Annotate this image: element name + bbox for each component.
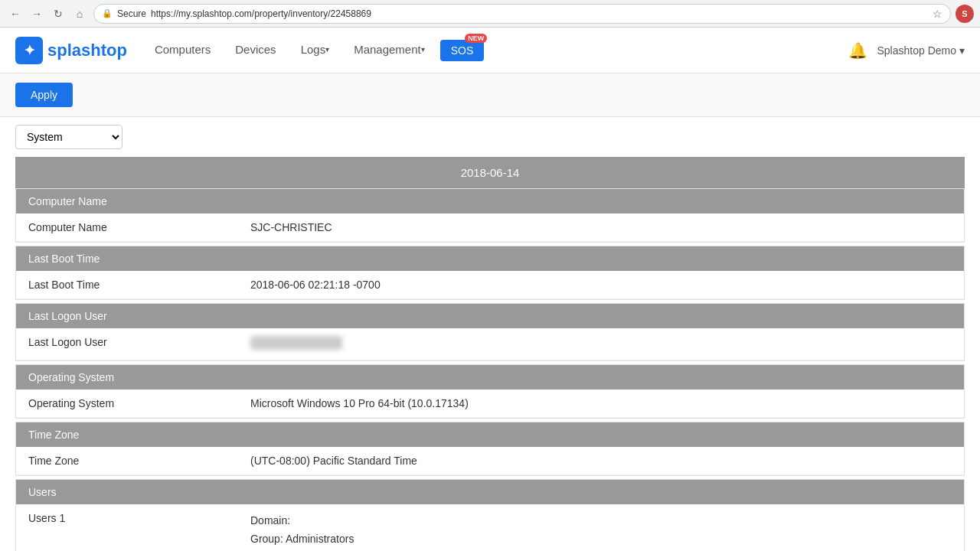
refresh-button[interactable]: ↻ bbox=[49, 5, 67, 23]
last-boot-time-section: Last Boot Time Last Boot Time 2018-06-06… bbox=[15, 246, 965, 300]
row-label: Computer Name bbox=[28, 221, 250, 233]
date-header: 2018-06-14 bbox=[15, 157, 965, 188]
row-value-blurred bbox=[250, 336, 952, 352]
table-row: Last Logon User bbox=[16, 328, 964, 360]
operating-system-section: Operating System Operating System Micros… bbox=[15, 364, 965, 419]
sos-new-badge: NEW bbox=[465, 34, 487, 43]
user-1-value: Domain: Group: Administrators Last Login… bbox=[250, 512, 952, 551]
section-header-os: Operating System bbox=[16, 365, 964, 390]
lock-icon: 🔒 bbox=[102, 8, 113, 18]
row-value: SJC-CHRISTIEC bbox=[250, 221, 952, 233]
nav-logs[interactable]: Logs bbox=[289, 28, 342, 73]
protocol-label: Secure bbox=[117, 8, 146, 19]
user-1-line-0: Domain: bbox=[250, 512, 952, 530]
blurred-content bbox=[250, 336, 342, 350]
table-row: Computer Name SJC-CHRISTIEC bbox=[16, 214, 964, 242]
sos-button[interactable]: SOS NEW bbox=[440, 40, 485, 61]
forward-button[interactable]: → bbox=[28, 5, 46, 23]
nav-devices[interactable]: Devices bbox=[223, 28, 288, 73]
table-row: Last Boot Time 2018-06-06 02:21:18 -0700 bbox=[16, 271, 964, 299]
row-label: Operating System bbox=[28, 397, 250, 409]
address-bar[interactable]: 🔒 Secure https://my.splashtop.com/proper… bbox=[93, 4, 951, 24]
bell-icon[interactable]: 🔔 bbox=[848, 41, 867, 60]
system-select[interactable]: System Hardware Software Network bbox=[15, 125, 122, 149]
time-zone-section: Time Zone Time Zone (UTC-08:00) Pacific … bbox=[15, 422, 965, 476]
user-menu[interactable]: Splashtop Demo ▾ bbox=[877, 44, 965, 57]
nav-management[interactable]: Management bbox=[341, 28, 437, 73]
table-row: Time Zone (UTC-08:00) Pacific Standard T… bbox=[16, 447, 964, 475]
home-button[interactable]: ⌂ bbox=[70, 5, 89, 23]
apply-button[interactable]: Apply bbox=[15, 83, 73, 107]
users-row-1: Users 1 Domain: Group: Administrators La… bbox=[16, 504, 964, 551]
row-value: 2018-06-06 02:21:18 -0700 bbox=[250, 279, 952, 291]
section-header-timezone: Time Zone bbox=[16, 422, 964, 447]
user-1-line-1: Group: Administrators bbox=[250, 530, 952, 549]
row-value: Microsoft Windows 10 Pro 64-bit (10.0.17… bbox=[250, 397, 952, 409]
user-1-label: Users 1 bbox=[28, 512, 250, 551]
dropdown-area: System Hardware Software Network bbox=[0, 117, 980, 157]
row-value: (UTC-08:00) Pacific Standard Time bbox=[250, 455, 952, 467]
computer-name-section: Computer Name Computer Name SJC-CHRISTIE… bbox=[15, 188, 965, 243]
nav-links: Computers Devices Logs Management SOS NE… bbox=[142, 28, 484, 73]
logo-icon: ✦ bbox=[15, 37, 43, 64]
browser-bar: ← → ↻ ⌂ 🔒 Secure https://my.splashtop.co… bbox=[0, 0, 980, 28]
back-button[interactable]: ← bbox=[6, 5, 24, 23]
nav-right: 🔔 Splashtop Demo ▾ bbox=[848, 41, 965, 60]
last-logon-user-section: Last Logon User Last Logon User bbox=[15, 303, 965, 361]
logo-text: splashtop bbox=[47, 41, 127, 60]
table-row: Operating System Microsoft Windows 10 Pr… bbox=[16, 390, 964, 418]
profile-icon: S bbox=[956, 5, 974, 23]
section-header-computer-name: Computer Name bbox=[16, 189, 964, 214]
section-header-users: Users bbox=[16, 480, 964, 504]
bookmark-button[interactable]: ☆ bbox=[933, 8, 942, 20]
main-content: 2018-06-14 Computer Name Computer Name S… bbox=[0, 157, 980, 551]
user-dropdown-icon: ▾ bbox=[959, 44, 965, 57]
row-label: Time Zone bbox=[28, 455, 250, 467]
navbar-logo: ✦ splashtop bbox=[15, 37, 127, 64]
users-section: Users Users 1 Domain: Group: Administrat… bbox=[15, 479, 965, 551]
user-1-line-2: Last Login: bbox=[250, 549, 952, 551]
section-header-boot-time: Last Boot Time bbox=[16, 246, 964, 271]
content: Apply System Hardware Software Network 2… bbox=[0, 73, 980, 551]
navbar: ✦ splashtop Computers Devices Logs Manag… bbox=[0, 28, 980, 73]
browser-controls: ← → ↻ ⌂ bbox=[6, 5, 89, 23]
url-text: https://my.splashtop.com/property/invent… bbox=[151, 8, 371, 19]
section-header-logon-user: Last Logon User bbox=[16, 304, 964, 328]
user-name: Splashtop Demo bbox=[877, 44, 956, 57]
row-label: Last Logon User bbox=[28, 336, 250, 352]
nav-computers[interactable]: Computers bbox=[142, 28, 223, 73]
apply-area: Apply bbox=[0, 73, 980, 117]
browser-right: S bbox=[956, 5, 974, 23]
row-label: Last Boot Time bbox=[28, 279, 250, 291]
